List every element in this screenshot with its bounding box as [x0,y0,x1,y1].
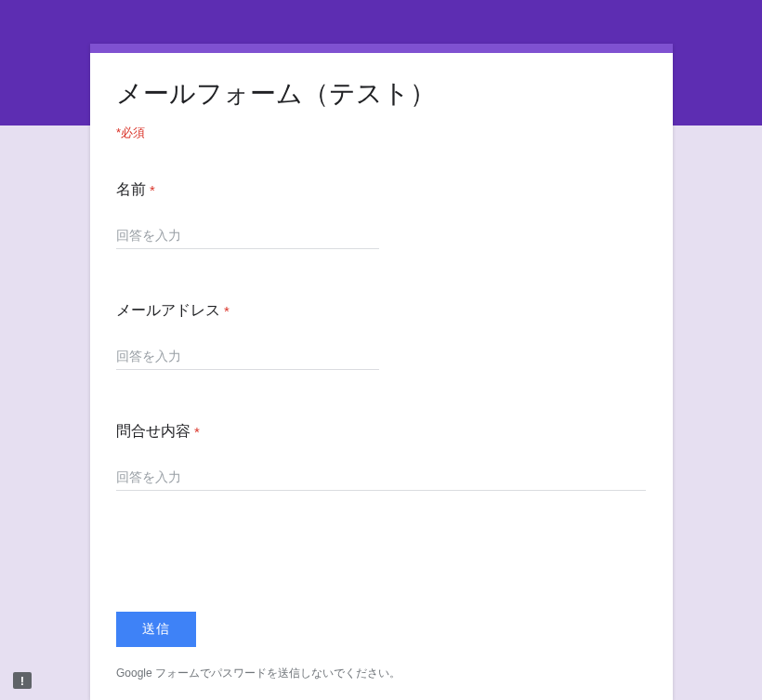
field-email: メールアドレス * [116,301,647,370]
field-name-label-text: 名前 [116,180,146,200]
form-title: メールフォーム（テスト） [116,76,647,112]
spacer [116,547,647,612]
form-body: メールフォーム（テスト） *必須 名前 * メールアドレス * 問合せ内容 * … [90,53,673,700]
report-problem-icon[interactable]: ! [13,672,32,689]
footer-note: Google フォームでパスワードを送信しないでください。 [116,666,647,681]
required-asterisk: * [224,303,230,319]
form-card: メールフォーム（テスト） *必須 名前 * メールアドレス * 問合せ内容 * … [90,44,673,700]
field-inquiry: 問合せ内容 * [116,422,647,491]
field-inquiry-label-text: 問合せ内容 [116,422,190,442]
field-name-label: 名前 * [116,180,647,200]
required-note: *必須 [116,125,647,141]
field-name: 名前 * [116,180,647,249]
accent-bar [90,44,673,53]
field-name-input[interactable] [116,226,379,249]
field-email-label: メールアドレス * [116,301,647,321]
required-asterisk: * [150,182,155,198]
required-asterisk: * [194,424,200,440]
field-inquiry-label: 問合せ内容 * [116,422,647,442]
submit-button[interactable]: 送信 [116,612,196,647]
exclamation-icon: ! [20,675,24,687]
field-email-label-text: メールアドレス [116,301,220,321]
field-email-input[interactable] [116,347,379,370]
field-inquiry-input[interactable] [116,468,646,491]
